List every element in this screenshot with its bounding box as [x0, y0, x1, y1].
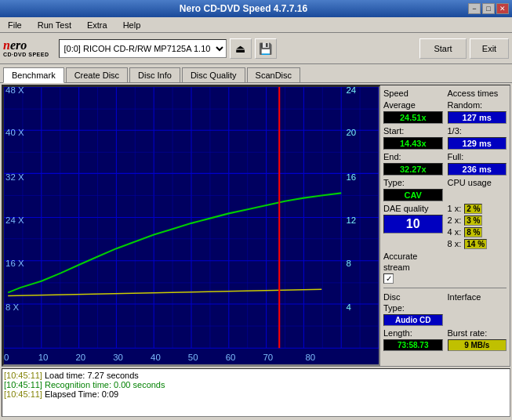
average-value: 24.51x [383, 111, 443, 124]
svg-text:24 X: 24 X [5, 215, 24, 225]
svg-text:10: 10 [38, 353, 49, 362]
svg-text:32 X: 32 X [5, 172, 24, 182]
svg-text:20: 20 [75, 353, 85, 362]
avg-random-section: Average 24.51x Random: 127 ms [383, 100, 507, 124]
disc-type-value: Audio CD [383, 314, 443, 326]
speed-access-section: Speed Access times [383, 89, 507, 98]
cpu-8x-row: 8 x: 14 % [448, 239, 507, 249]
right-panel: Speed Access times Average 24.51x Random… [380, 85, 510, 366]
minimize-button[interactable]: − [468, 3, 481, 14]
cpu-1x-value: 2 % [464, 204, 482, 214]
start-label: Start: [383, 126, 443, 136]
svg-text:70: 70 [263, 353, 273, 362]
logo-sub: CD·DVD SPEED [3, 52, 49, 57]
menu-bar: File Run Test Extra Help [0, 17, 512, 33]
tab-disc-info[interactable]: Disc Info [129, 67, 180, 82]
length-col: Length: 73:58.73 [383, 328, 443, 351]
accurate-col: Accurate stream ✓ [383, 252, 507, 284]
svg-text:0: 0 [4, 353, 9, 362]
svg-text:40 X: 40 X [5, 128, 24, 137]
tab-disc-quality[interactable]: Disc Quality [182, 67, 245, 82]
cpu-1x-row: 1 x: 2 % [448, 204, 507, 214]
tab-bar: Benchmark Create Disc Disc Info Disc Qua… [0, 64, 512, 83]
burst-value: 9 MB/s [448, 339, 507, 351]
maximize-button[interactable]: □ [482, 3, 495, 14]
dae-label: DAE quality [383, 204, 443, 213]
menu-help[interactable]: Help [118, 19, 146, 31]
accurate-label: Accurate [383, 252, 507, 261]
tab-scan-disc[interactable]: ScanDisc [247, 67, 300, 82]
svg-text:40: 40 [151, 353, 161, 362]
eject-button[interactable]: ⏏ [230, 38, 252, 59]
window-title: Nero CD-DVD Speed 4.7.7.16 [19, 3, 468, 14]
end-full-section: End: 32.27x Full: 236 ms [383, 152, 507, 176]
speed-label: Speed [383, 89, 443, 98]
access-col: Access times [448, 89, 507, 98]
disc-type2-label: Type: [383, 303, 443, 313]
title-bar-buttons: − □ ✕ [468, 3, 509, 14]
svg-text:80: 80 [305, 353, 315, 362]
svg-text:8 X: 8 X [5, 302, 20, 312]
logo-nero: nero [3, 39, 49, 52]
exit-button[interactable]: Exit [470, 38, 509, 59]
menu-extra[interactable]: Extra [82, 19, 112, 31]
svg-text:50: 50 [188, 353, 198, 362]
log-line-1: [10:45:11] Load time: 7.27 seconds [4, 371, 508, 380]
save-button[interactable]: 💾 [255, 38, 277, 59]
chart-svg: 48 X 40 X 32 X 24 X 16 X 8 X 24 20 16 12… [4, 87, 379, 364]
type-cpu-section: Type: CAV CPU usage [383, 178, 507, 201]
type-value: CAV [383, 189, 443, 201]
cpu-2x-label: 2 x: [448, 215, 462, 226]
stream-label: stream [383, 262, 507, 272]
type-col: Type: CAV [383, 178, 443, 201]
log-time-1: [10:45:11] [4, 371, 42, 380]
svg-text:4: 4 [346, 302, 351, 312]
close-button[interactable]: ✕ [496, 3, 509, 14]
start-col: Start: 14.43x [383, 126, 443, 150]
end-label: End: [383, 152, 443, 161]
logo: nero CD·DVD SPEED [3, 39, 49, 57]
menu-file[interactable]: File [3, 19, 27, 31]
accurate-checkbox[interactable]: ✓ [383, 273, 394, 284]
interface-col: Interface [448, 292, 507, 326]
drive-select[interactable]: [0:0] RICOH CD-R/RW MP7125A 1.10 [59, 39, 227, 58]
random-label: Random: [448, 100, 507, 110]
svg-text:12: 12 [346, 215, 356, 225]
length-burst-section: Length: 73:58.73 Burst rate: 9 MB/s [383, 328, 507, 351]
log-line-2: [10:45:11] Recognition time: 0.00 second… [4, 380, 508, 389]
toolbar: nero CD·DVD SPEED [0:0] RICOH CD-R/RW MP… [0, 33, 512, 64]
log-time-2: [10:45:11] [4, 380, 42, 389]
menu-run-test[interactable]: Run Test [33, 19, 76, 31]
start-button[interactable]: Start [419, 38, 467, 59]
type-label: Type: [383, 178, 443, 187]
disc-label: Disc [383, 292, 443, 302]
average-label: Average [383, 100, 443, 110]
random-col: Random: 127 ms [448, 100, 507, 124]
random-value: 127 ms [448, 111, 507, 124]
cpu-vals-section: DAE quality 10 1 x: 2 % 2 x: 3 % 4 x: 8 … [383, 204, 507, 249]
avg-col: Average 24.51x [383, 100, 443, 124]
log-text-1: Load time: 7.27 seconds [45, 371, 139, 380]
burst-col: Burst rate: 9 MB/s [448, 328, 507, 351]
start-value: 14.43x [383, 137, 443, 150]
cpu-grid: 1 x: 2 % 2 x: 3 % 4 x: 8 % 8 x: 14 % [448, 204, 507, 249]
svg-text:16: 16 [346, 172, 356, 182]
chart-area: 48 X 40 X 32 X 24 X 16 X 8 X 24 20 16 12… [2, 85, 380, 366]
main-content: 48 X 40 X 32 X 24 X 16 X 8 X 24 20 16 12… [2, 85, 510, 367]
end-col: End: 32.27x [383, 152, 443, 176]
tab-benchmark[interactable]: Benchmark [3, 67, 64, 83]
full-value: 236 ms [448, 163, 507, 176]
start-third-section: Start: 14.43x 1/3: 129 ms [383, 126, 507, 150]
log-time-3: [10:45:11] [4, 389, 42, 399]
cpu-label: CPU usage [448, 178, 507, 187]
tab-create-disc[interactable]: Create Disc [66, 67, 128, 82]
disc-col: Disc Type: Audio CD [383, 292, 443, 326]
log-line-3: [10:45:11] Elapsed Time: 0:09 [4, 389, 508, 399]
dae-area: DAE quality 10 [383, 204, 443, 249]
svg-text:24: 24 [346, 87, 356, 95]
cpu-2x-row: 2 x: 3 % [448, 215, 507, 226]
dae-value: 10 [383, 215, 443, 234]
length-value: 73:58.73 [383, 339, 443, 351]
length-label: Length: [383, 328, 443, 338]
log-area: [10:45:11] Load time: 7.27 seconds [10:4… [2, 368, 510, 417]
